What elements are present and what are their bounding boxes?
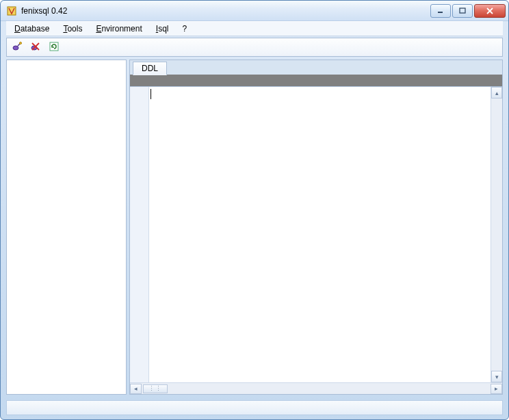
maximize-button[interactable] — [452, 4, 473, 18]
text-cursor-icon — [151, 89, 151, 99]
connect-button[interactable] — [9, 40, 25, 55]
scroll-right-icon[interactable]: ▸ — [491, 384, 502, 394]
app-window: fenixsql 0.42 Database Tools Environment… — [0, 0, 509, 420]
window-title: fenixsql 0.42 — [21, 6, 430, 16]
tree-panel[interactable] — [6, 60, 127, 395]
tabstrip: DDL — [129, 60, 503, 75]
scroll-left-icon[interactable]: ◂ — [130, 384, 142, 394]
client-area: DDL ▴ ▾ ◂ ⋮⋮ — [6, 60, 503, 395]
scroll-thumb[interactable]: ⋮⋮ — [143, 384, 168, 393]
menu-isql[interactable]: Isql — [151, 23, 174, 35]
scroll-down-icon[interactable]: ▾ — [491, 371, 502, 382]
menu-help[interactable]: ? — [177, 23, 192, 35]
minimize-button[interactable] — [430, 4, 451, 18]
right-panel: DDL ▴ ▾ ◂ ⋮⋮ — [129, 60, 503, 395]
refresh-button[interactable] — [46, 40, 62, 55]
svg-point-4 — [20, 42, 22, 44]
statusbar — [6, 400, 503, 415]
menu-environment[interactable]: Environment — [90, 23, 147, 35]
editor-gutter — [130, 87, 149, 382]
toolbar — [6, 38, 503, 57]
menu-database[interactable]: Database — [9, 23, 55, 35]
menu-tools[interactable]: Tools — [57, 23, 88, 35]
vertical-scrollbar[interactable]: ▴ ▾ — [491, 87, 502, 382]
menubar: Database Tools Environment Isql ? — [6, 21, 503, 36]
disconnect-icon — [30, 41, 41, 54]
svg-rect-6 — [50, 42, 58, 51]
scroll-up-icon[interactable]: ▴ — [491, 87, 502, 99]
close-button[interactable] — [474, 4, 506, 18]
tab-ddl[interactable]: DDL — [133, 62, 167, 75]
header-strip — [129, 75, 503, 87]
tab-label: DDL — [142, 64, 158, 73]
connect-icon — [12, 41, 23, 54]
window-buttons — [430, 4, 506, 18]
ddl-editor[interactable] — [149, 87, 491, 382]
editor-panel: ▴ ▾ ◂ ⋮⋮ ▸ — [129, 87, 503, 395]
app-icon — [6, 5, 17, 16]
horizontal-scrollbar[interactable]: ◂ ⋮⋮ ▸ — [130, 382, 502, 394]
disconnect-button[interactable] — [27, 40, 44, 55]
svg-rect-2 — [460, 8, 465, 13]
refresh-icon — [49, 41, 60, 54]
svg-point-3 — [13, 46, 18, 50]
titlebar: fenixsql 0.42 — [1, 1, 508, 21]
